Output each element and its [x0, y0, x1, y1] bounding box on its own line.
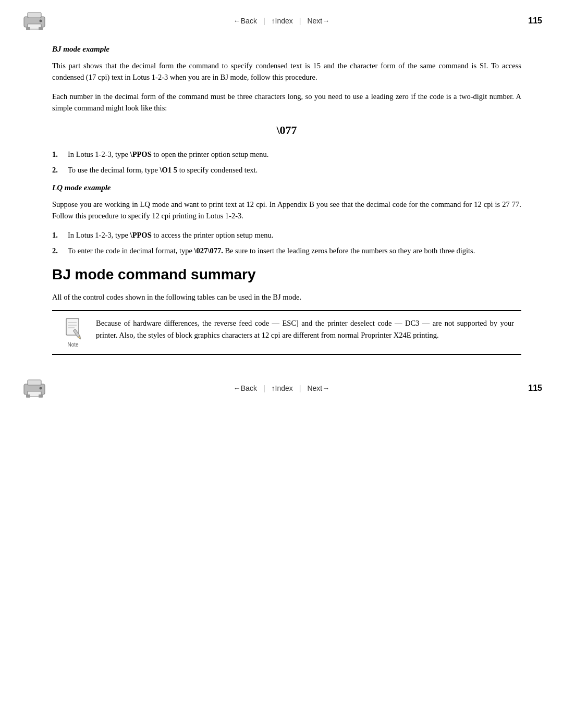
lq-step-1-content: In Lotus 1-2-3, type \PPOS to access the… [68, 229, 521, 241]
svg-point-3 [40, 20, 42, 22]
lq-step-2-text-after: Be sure to insert the leading zeros befo… [223, 246, 475, 255]
printer-icon-bottom [21, 377, 48, 400]
svg-rect-5 [39, 27, 43, 30]
lq-step-2: 2. To enter the code in decimal format, … [52, 245, 521, 256]
lq-step-1-bold: \PPOS [130, 231, 152, 239]
bottom-nav-links: ←Back | ↑Index | Next→ [234, 384, 329, 392]
page-number-top: 115 [515, 16, 542, 26]
lq-step-1-number: 1. [52, 229, 68, 241]
bj-command-display: \077 [52, 124, 521, 137]
back-link[interactable]: ←Back [234, 17, 257, 25]
page-container: ←Back | ↑Index | Next→ 115 BJ mode examp… [0, 0, 563, 728]
lq-step-2-content: To enter the code in decimal format, typ… [68, 245, 521, 256]
lq-steps-list: 1. In Lotus 1-2-3, type \PPOS to access … [52, 229, 521, 257]
next-link[interactable]: Next→ [307, 17, 329, 25]
index-link[interactable]: ↑Index [272, 17, 293, 25]
page-number-bottom: 115 [515, 384, 542, 393]
bj-mode-example-heading: BJ mode example [52, 45, 521, 54]
svg-point-15 [40, 387, 42, 390]
bj-step-2-content: To use the decimal form, type \O1 5 to s… [68, 164, 521, 176]
svg-rect-16 [26, 394, 30, 398]
lq-mode-example-heading: LQ mode example [52, 183, 521, 192]
lq-step-2-text-before: To enter the code in decimal format, typ… [68, 246, 194, 255]
bj-step-1-text-before: In Lotus 1-2-3, type [68, 150, 130, 158]
next-link-bottom[interactable]: Next→ [307, 384, 329, 392]
note-icon-area: Note [59, 317, 87, 348]
bj-step-1-content: In Lotus 1-2-3, type \PPOS to open the p… [68, 149, 521, 160]
content-area: BJ mode example This part shows that the… [0, 38, 563, 369]
bj-step-2-text-after: to specify condensed text. [177, 166, 258, 174]
svg-rect-4 [26, 27, 30, 30]
bj-step-2: 2. To use the decimal form, type \O1 5 t… [52, 164, 521, 176]
index-link-bottom[interactable]: ↑Index [272, 384, 293, 392]
lq-step-1-text-after: to access the printer option setup menu. [152, 231, 274, 239]
lq-para-1: Suppose you are working in LQ mode and w… [52, 199, 521, 222]
note-icon [63, 317, 83, 340]
bottom-nav-left [21, 377, 48, 400]
lq-step-2-number: 2. [52, 245, 68, 256]
bj-step-1: 1. In Lotus 1-2-3, type \PPOS to open th… [52, 149, 521, 160]
bottom-nav-bar: ←Back | ↑Index | Next→ 115 [0, 372, 563, 405]
bj-step-2-bold: \O1 5 [160, 166, 177, 174]
note-box: Note Because of hardware differences, th… [52, 310, 521, 355]
bj-step-1-bold: \PPOS [130, 150, 152, 158]
bj-para-1: This part shows that the decimal form th… [52, 60, 521, 83]
svg-rect-1 [28, 13, 41, 18]
svg-rect-17 [39, 394, 43, 398]
svg-rect-13 [28, 380, 41, 385]
lq-step-2-bold: \027\077. [194, 246, 223, 255]
bj-step-2-number: 2. [52, 164, 68, 176]
top-nav-left [21, 9, 48, 32]
bj-para-2: Each number in the decimal form of the c… [52, 91, 521, 114]
main-para: All of the control codes shown in the fo… [52, 291, 521, 303]
note-text: Because of hardware differences, the rev… [96, 317, 514, 341]
lq-step-1-text-before: In Lotus 1-2-3, type [68, 231, 130, 239]
main-heading: BJ mode command summary [52, 266, 521, 283]
bj-step-2-text-before: To use the decimal form, type [68, 166, 160, 174]
back-link-bottom[interactable]: ←Back [234, 384, 257, 392]
bj-step-1-number: 1. [52, 149, 68, 160]
printer-icon [21, 9, 48, 32]
note-label: Note [67, 342, 78, 348]
lq-step-1: 1. In Lotus 1-2-3, type \PPOS to access … [52, 229, 521, 241]
top-nav-links: ←Back | ↑Index | Next→ [234, 17, 329, 25]
top-nav-bar: ←Back | ↑Index | Next→ 115 [0, 0, 563, 38]
bj-step-1-text-after: to open the printer option setup menu. [152, 150, 269, 158]
bj-steps-list: 1. In Lotus 1-2-3, type \PPOS to open th… [52, 149, 521, 176]
